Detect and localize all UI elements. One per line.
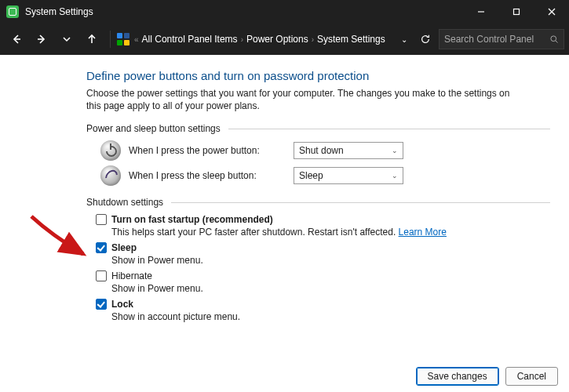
crumb-power-options[interactable]: Power Options: [246, 34, 308, 45]
separator: [110, 31, 111, 48]
checkbox-subtext: This helps start your PC faster after sh…: [111, 227, 550, 238]
search-input[interactable]: Search Control Panel: [439, 29, 564, 49]
cancel-button[interactable]: Cancel: [505, 367, 558, 386]
section-title: Shutdown settings: [86, 197, 163, 208]
learn-more-link[interactable]: Learn More: [399, 227, 447, 238]
divider: [228, 129, 550, 129]
power-button-select[interactable]: Shut down ⌄: [294, 142, 403, 159]
checkbox[interactable]: [96, 299, 107, 310]
chevron-right-icon: ›: [312, 35, 314, 44]
sleep-button-label: When I press the sleep button:: [129, 170, 286, 181]
row-sleep-button: When I press the sleep button: Sleep ⌄: [100, 165, 550, 186]
row-power-button: When I press the power button: Shut down…: [100, 140, 550, 161]
back-button[interactable]: [5, 27, 28, 51]
breadcrumb-prefix: «: [134, 35, 139, 44]
crumb-system-settings[interactable]: System Settings: [317, 34, 385, 45]
window-title: System Settings: [25, 6, 93, 17]
svg-point-7: [551, 36, 556, 42]
navbar: « All Control Panel Items › Power Option…: [0, 24, 569, 55]
page-description: Choose the power settings that you want …: [86, 87, 510, 112]
shutdown-item: LockShow in account picture menu.: [96, 299, 550, 322]
shutdown-item: HibernateShow in Power menu.: [96, 270, 550, 294]
crumb-all-items[interactable]: All Control Panel Items: [142, 34, 238, 45]
sleep-button-select[interactable]: Sleep ⌄: [294, 167, 403, 184]
power-button-label: When I press the power button:: [129, 145, 286, 156]
checkbox-label: Turn on fast startup (recommended): [111, 214, 273, 225]
save-button[interactable]: Save changes: [416, 367, 499, 386]
maximize-button[interactable]: [498, 0, 534, 24]
select-value: Shut down: [299, 145, 344, 156]
search-icon: [549, 34, 559, 44]
control-panel-icon: [117, 33, 129, 45]
titlebar: System Settings: [0, 0, 569, 24]
app-icon: [6, 5, 19, 18]
annotation-arrow: [28, 212, 91, 259]
divider: [171, 202, 550, 203]
chevron-right-icon: ›: [241, 35, 243, 44]
search-placeholder: Search Control Panel: [444, 34, 545, 45]
section-shutdown: Shutdown settings: [86, 197, 550, 208]
shutdown-settings-list: Turn on fast startup (recommended)This h…: [86, 214, 550, 322]
section-power-buttons: Power and sleep button settings: [86, 123, 550, 134]
chevron-down-icon: ⌄: [392, 147, 398, 154]
footer: Save changes Cancel: [416, 367, 558, 386]
checkbox-label: Hibernate: [111, 270, 152, 281]
breadcrumb[interactable]: « All Control Panel Items › Power Option…: [131, 34, 395, 45]
power-icon: [100, 140, 121, 161]
content-area: Define power buttons and turn on passwor…: [0, 55, 569, 392]
section-title: Power and sleep button settings: [86, 123, 221, 134]
recent-locations-button[interactable]: [55, 27, 78, 51]
up-button[interactable]: [80, 27, 104, 51]
forward-button[interactable]: [30, 27, 53, 51]
svg-rect-1: [513, 9, 519, 15]
shutdown-item: SleepShow in Power menu.: [96, 242, 550, 266]
minimize-button[interactable]: [463, 0, 498, 24]
address-dropdown[interactable]: ⌄: [396, 35, 412, 44]
checkbox-subtext: Show in Power menu.: [111, 255, 550, 266]
refresh-button[interactable]: [415, 29, 436, 49]
close-button[interactable]: [534, 0, 569, 24]
checkbox[interactable]: [96, 270, 107, 281]
checkbox[interactable]: [96, 214, 107, 225]
svg-line-8: [556, 41, 558, 43]
checkbox[interactable]: [96, 242, 107, 253]
checkbox-label: Lock: [111, 299, 133, 310]
chevron-down-icon: ⌄: [392, 172, 398, 180]
select-value: Sleep: [299, 170, 323, 181]
checkbox-subtext: Show in Power menu.: [111, 283, 550, 294]
checkbox-label: Sleep: [111, 242, 137, 253]
shutdown-item: Turn on fast startup (recommended)This h…: [96, 214, 550, 238]
checkbox-subtext: Show in account picture menu.: [111, 311, 550, 322]
sleep-icon: [100, 165, 121, 186]
page-heading: Define power buttons and turn on passwor…: [86, 69, 550, 82]
